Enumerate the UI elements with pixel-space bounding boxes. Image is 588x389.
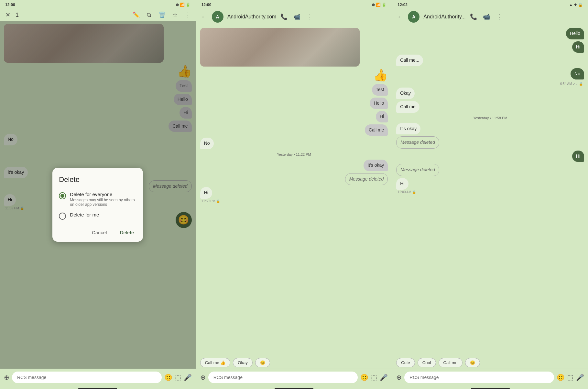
status-icons-1: ⊕ 📶 🔋	[176, 3, 191, 7]
add-icon-3[interactable]: ⊕	[396, 373, 402, 381]
msg-callme-3: Call me	[396, 101, 419, 113]
radio-inner-everyone	[60, 194, 64, 198]
copy-icon[interactable]: ⧉	[145, 11, 153, 19]
cancel-button[interactable]: Cancel	[89, 229, 110, 237]
timestamp-3: Yesterday • 11:58 PM	[473, 116, 507, 120]
quick-reply-emoji-2[interactable]: 😊	[255, 358, 270, 367]
msg-itsokay-3: It's okay	[396, 123, 420, 135]
mic-icon-2[interactable]: 🎤	[380, 373, 388, 381]
sticker-icon-2[interactable]: ⬚	[371, 373, 377, 381]
input-bar-2: ⊕ 🙂 ⬚ 🎤	[196, 369, 392, 386]
quick-reply-callme-3[interactable]: Call me	[439, 358, 463, 367]
confirm-delete-button[interactable]: Delete	[117, 229, 136, 237]
delete-option-me[interactable]: Delete for me	[59, 209, 136, 222]
close-button[interactable]: ✕	[4, 11, 12, 19]
toolbar-3: ← A AndroidAuthority... 📞 📹 ⋮	[392, 8, 588, 25]
msg-hi-timestamp-2: 11:59 PM 🔒	[200, 199, 220, 203]
emoji-icon-1[interactable]: 🙂	[164, 373, 172, 381]
status-bar-1: 12:00 ⊕ 📶 🔋	[0, 0, 196, 8]
chat-area-2: 👍 Test Hello Hi Call me No Yesterday • 1…	[196, 25, 392, 357]
option-everyone-label: Delete for everyone	[70, 192, 136, 197]
home-indicator-3	[471, 388, 510, 389]
avatar-3: A	[408, 11, 419, 23]
msg-hi-wrapper-3: Hi 12:00 AM 🔒	[396, 178, 584, 194]
back-button-3[interactable]: ←	[396, 13, 404, 21]
star-icon[interactable]: ☆	[171, 11, 179, 19]
mic-icon-3[interactable]: 🎤	[576, 373, 584, 381]
edit-icon[interactable]: ✏️	[132, 11, 140, 19]
chat-area-3: Hello Hi Call me... No 6:54 AM ✓✓ 🔒 Okay…	[392, 25, 588, 357]
quick-reply-emoji-3[interactable]: 😊	[465, 358, 480, 367]
msg-no-3: No	[571, 68, 584, 80]
msg-hi-sent-3: Hi	[572, 41, 584, 53]
msg-test-2: Test	[372, 84, 388, 96]
sticker-icon-3[interactable]: ⬚	[567, 373, 573, 381]
msg-hi-timestamp-3: 12:00 AM 🔒	[396, 190, 416, 194]
msg-hello-3: Hello	[566, 28, 584, 39]
option-me-label: Delete for me	[70, 212, 99, 217]
avatar-2: A	[212, 11, 223, 23]
quick-replies-3: Cute Cool Call me 😊	[392, 357, 588, 369]
screen-rotation-icon: ⊕	[176, 3, 179, 7]
timestamp-2: Yesterday • 11:22 PM	[277, 152, 311, 156]
more-icon-2[interactable]: ⋮	[306, 13, 314, 21]
add-icon-1[interactable]: ⊕	[4, 373, 9, 381]
quick-replies-2: Call me 👍 Okay 😊	[196, 357, 392, 369]
sticker-icon-1[interactable]: ⬚	[175, 373, 181, 381]
more-icon[interactable]: ⋮	[184, 11, 192, 19]
toolbar-actions: ✏️ ⧉ 🗑️ ☆ ⋮	[132, 11, 192, 19]
contact-name-3: AndroidAuthority...	[423, 14, 465, 20]
phone-icon-3[interactable]: 📞	[470, 13, 477, 21]
option-me-text: Delete for me	[70, 212, 99, 217]
video-icon-3[interactable]: 📹	[483, 13, 490, 21]
status-time-3: 12:02	[397, 3, 408, 7]
radio-everyone	[59, 192, 66, 199]
screen1: 12:00 ⊕ 📶 🔋 ✕ 1 ✏️ ⧉ 🗑️ ☆ ⋮ 👍	[0, 0, 196, 389]
selection-count: 1	[16, 12, 128, 18]
message-input-2[interactable]	[208, 372, 358, 383]
delete-icon[interactable]: 🗑️	[158, 11, 166, 19]
back-button-2[interactable]: ←	[200, 13, 208, 21]
screen3: 12:02 ▲ ✈ 🔒 ← A AndroidAuthority... 📞 📹 …	[392, 0, 588, 389]
emoji-thumbsup-2: 👍	[373, 68, 388, 82]
delete-overlay: Delete Delete for everyone Messages may …	[0, 21, 196, 369]
msg-hi-wrapper-2: Hi 11:59 PM 🔒	[200, 187, 388, 203]
mic-icon-1[interactable]: 🎤	[184, 373, 192, 381]
msg-okay-3: Okay	[396, 88, 415, 99]
wifi-icon-3: ▲	[569, 3, 573, 7]
toolbar-actions-2: 📞 📹 ⋮	[280, 13, 314, 21]
emoji-icon-2[interactable]: 🙂	[360, 373, 368, 381]
delete-dialog: Delete Delete for everyone Messages may …	[52, 168, 143, 242]
video-icon-2[interactable]: 📹	[293, 13, 301, 21]
home-indicator-1	[78, 388, 117, 389]
input-bar-3: ⊕ 🙂 ⬚ 🎤	[392, 369, 588, 386]
toolbar-actions-3: 📞 📹 ⋮	[470, 13, 503, 21]
battery-icon: 🔋	[186, 3, 191, 7]
quick-reply-callme-2[interactable]: Call me 👍	[200, 358, 231, 367]
option-everyone-text: Delete for everyone Messages may still b…	[70, 192, 136, 207]
quick-reply-cool-3[interactable]: Cool	[418, 358, 436, 367]
status-bar-2: 12:00 ⊕ 📶 🔋	[196, 0, 392, 8]
msg-deleted-recv-3: Message deleted	[396, 136, 439, 149]
delete-option-everyone[interactable]: Delete for everyone Messages may still b…	[59, 189, 136, 209]
chat-image-2	[200, 28, 360, 67]
screens-container: 12:00 ⊕ 📶 🔋 ✕ 1 ✏️ ⧉ 🗑️ ☆ ⋮ 👍	[0, 0, 588, 389]
image-content-2	[200, 28, 360, 67]
toolbar-2: ← A AndroidAuthority.com 📞 📹 ⋮	[196, 8, 392, 25]
wifi-icon-2: 📶	[376, 3, 381, 7]
msg-deleted-recv2-3: Message deleted	[396, 164, 439, 176]
quick-reply-cute-3[interactable]: Cute	[396, 358, 415, 367]
phone-icon-2[interactable]: 📞	[280, 13, 288, 21]
status-time-2: 12:00	[201, 3, 212, 7]
add-icon-2[interactable]: ⊕	[200, 373, 206, 381]
emoji-icon-3[interactable]: 🙂	[557, 373, 565, 381]
quick-reply-okay-2[interactable]: Okay	[233, 358, 252, 367]
input-bar-1: ⊕ 🙂 ⬚ 🎤	[0, 369, 196, 386]
status-icons-3: ▲ ✈ 🔒	[569, 3, 583, 7]
battery-icon-3: 🔒	[578, 3, 583, 7]
screen2: 12:00 ⊕ 📶 🔋 ← A AndroidAuthority.com 📞 📹…	[196, 0, 392, 389]
message-input-1[interactable]	[12, 372, 162, 383]
message-input-3[interactable]	[404, 372, 554, 383]
msg-no-timestamp-3: 6:54 AM ✓✓ 🔒	[560, 82, 584, 86]
more-icon-3[interactable]: ⋮	[495, 13, 503, 21]
